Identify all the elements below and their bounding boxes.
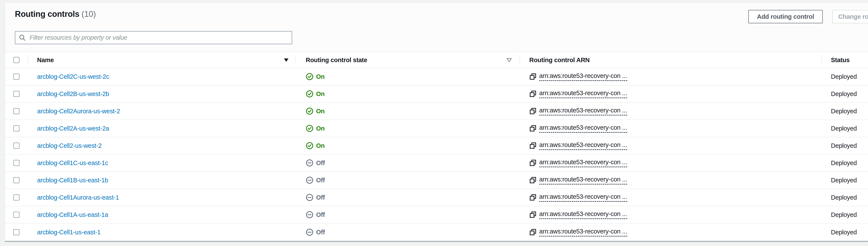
row-select-cell [5,120,28,137]
row-name-cell: arcblog-Cell2A-us-west-2a [28,120,296,137]
row-checkbox[interactable] [13,91,20,97]
row-checkbox[interactable] [13,160,20,166]
routing-control-name-link[interactable]: arcblog-Cell2B-us-west-2b [37,90,109,98]
column-header-status[interactable]: Status [822,52,868,68]
arn-truncated-text[interactable]: arn:aws:route53-recovery-con ... [539,89,627,98]
arn-truncated-text[interactable]: arn:aws:route53-recovery-con ... [539,159,627,167]
copy-arn-icon[interactable] [529,73,537,80]
row-status-cell: Deployed [822,68,868,85]
filter-input[interactable] [15,31,292,44]
row-checkbox[interactable] [13,74,20,80]
row-state-cell: On [296,85,520,102]
routing-control-name-link[interactable]: arcblog-Cell2Aurora-us-west-2 [37,108,120,115]
row-select-cell [5,103,28,119]
routing-control-name-link[interactable]: arcblog-Cell2C-us-west-2c [37,73,109,80]
status-text: Deployed [831,177,857,184]
row-name-cell: arcblog-Cell2C-us-west-2c [28,68,296,85]
routing-control-name-link[interactable]: arcblog-Cell1A-us-east-1a [37,211,108,218]
arn-group: arn:aws:route53-recovery-con ... [529,124,627,133]
row-name-cell: arcblog-Cell1C-us-east-1c [28,155,296,171]
arn-truncated-text[interactable]: arn:aws:route53-recovery-con ... [539,228,627,237]
state-label: On [316,108,325,115]
copy-arn-icon[interactable] [529,211,537,218]
copy-arn-icon[interactable] [529,176,537,184]
status-on-check-circle-icon [306,107,313,115]
table-row: arcblog-Cell1C-us-east-1c Off [5,155,868,172]
column-header-routing-control-arn[interactable]: Routing control ARN [520,52,822,68]
copy-arn-icon[interactable] [529,228,537,236]
row-name-cell: arcblog-Cell1A-us-east-1a [28,206,296,223]
row-arn-cell: arn:aws:route53-recovery-con ... [520,189,822,206]
arn-group: arn:aws:route53-recovery-con ... [529,228,627,237]
status-off-minus-circle-icon [306,228,313,236]
row-arn-cell: arn:aws:route53-recovery-con ... [520,103,822,119]
copy-arn-icon[interactable] [529,159,537,167]
arn-truncated-text[interactable]: arn:aws:route53-recovery-con ... [539,210,627,219]
row-select-cell [5,206,28,223]
status-off-minus-circle-icon [306,211,313,219]
copy-arn-icon[interactable] [529,107,537,115]
row-select-cell [5,68,28,85]
row-checkbox[interactable] [13,194,20,200]
row-arn-cell: arn:aws:route53-recovery-con ... [520,223,822,241]
arn-truncated-text[interactable]: arn:aws:route53-recovery-con ... [539,124,627,133]
copy-arn-icon[interactable] [529,90,537,98]
arn-group: arn:aws:route53-recovery-con ... [529,141,627,150]
row-checkbox[interactable] [13,229,20,235]
column-header-name[interactable]: Name [28,52,296,68]
sortable-down-arrow-icon [506,58,512,62]
row-status-cell: Deployed [822,223,868,241]
row-checkbox[interactable] [13,177,20,183]
row-state-cell: On [296,68,520,85]
row-arn-cell: arn:aws:route53-recovery-con ... [520,155,822,171]
routing-control-name-link[interactable]: arcblog-Cell1B-us-east-1b [37,177,108,184]
row-state-cell: Off [296,206,520,223]
routing-controls-panel: Routing controls(10) Add routing control… [5,3,868,242]
row-select-cell [5,172,28,189]
resource-count: (10) [82,9,96,19]
row-arn-cell: arn:aws:route53-recovery-con ... [520,68,822,85]
row-status-cell: Deployed [822,137,868,154]
state-indicator: Off [306,194,325,201]
row-checkbox[interactable] [13,108,20,114]
copy-arn-icon[interactable] [529,194,537,201]
arn-truncated-text[interactable]: arn:aws:route53-recovery-con ... [539,193,627,202]
arn-truncated-text[interactable]: arn:aws:route53-recovery-con ... [539,141,627,150]
state-label: Off [316,229,325,236]
row-status-cell: Deployed [822,189,868,206]
row-checkbox[interactable] [13,126,20,131]
arn-truncated-text[interactable]: arn:aws:route53-recovery-con ... [539,176,627,185]
arn-truncated-text[interactable]: arn:aws:route53-recovery-con ... [539,72,627,81]
state-indicator: Off [306,211,325,219]
status-text: Deployed [831,125,857,132]
row-status-cell: Deployed [822,206,868,223]
row-select-cell [5,85,28,102]
arn-group: arn:aws:route53-recovery-con ... [529,89,627,98]
row-checkbox[interactable] [13,143,20,149]
table-row: arcblog-Cell2A-us-west-2a On [5,120,868,137]
row-name-cell: arcblog-Cell1B-us-east-1b [28,172,296,189]
column-label: Routing control state [306,57,367,64]
status-on-check-circle-icon [306,90,313,98]
row-select-cell [5,155,28,171]
status-text: Deployed [831,211,857,218]
state-label: Off [316,194,325,201]
select-all-checkbox[interactable] [13,57,20,63]
arn-truncated-text[interactable]: arn:aws:route53-recovery-con ... [539,107,627,115]
routing-control-name-link[interactable]: arcblog-Cell2-us-west-2 [37,142,101,149]
state-label: On [316,125,325,132]
routing-control-name-link[interactable]: arcblog-Cell1C-us-east-1c [37,160,108,167]
row-status-cell: Deployed [822,172,868,189]
row-name-cell: arcblog-Cell1Aurora-us-east-1 [28,189,296,206]
arn-group: arn:aws:route53-recovery-con ... [529,176,627,185]
column-header-routing-control-state[interactable]: Routing control state [296,52,520,68]
row-checkbox[interactable] [13,212,20,218]
routing-control-name-link[interactable]: arcblog-Cell2A-us-west-2a [37,125,109,132]
add-routing-control-button[interactable]: Add routing control [748,10,823,23]
routing-control-name-link[interactable]: arcblog-Cell1Aurora-us-east-1 [37,194,119,201]
copy-arn-icon[interactable] [529,125,537,132]
change-routing-control-states-button[interactable]: Change routi [832,10,868,23]
routing-control-name-link[interactable]: arcblog-Cell1-us-east-1 [37,229,101,236]
copy-arn-icon[interactable] [529,142,537,149]
arn-group: arn:aws:route53-recovery-con ... [529,193,627,202]
